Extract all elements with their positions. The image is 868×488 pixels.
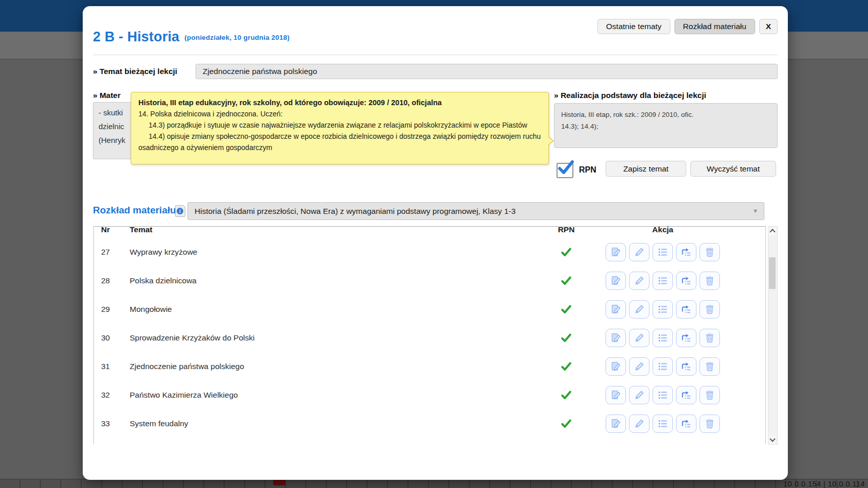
details-list-button[interactable] (653, 386, 673, 404)
assign-list-button[interactable] (676, 414, 696, 433)
header-buttons: Ostatnie tematy Rozkład materiału X (597, 19, 778, 34)
chevron-up-icon (769, 229, 775, 234)
ip-address-text: 10.0.0.154 | 10.0.0.114 (783, 479, 865, 488)
scrollbar-thumb[interactable] (769, 257, 776, 289)
trash-icon (704, 418, 715, 429)
rpn-status (551, 238, 582, 266)
scroll-down-button[interactable] (768, 435, 776, 444)
details-list-button[interactable] (653, 414, 673, 433)
delete-button[interactable] (700, 243, 720, 261)
edit-document-button[interactable] (606, 272, 626, 290)
trash-icon (704, 304, 715, 315)
tooltip-heading: Historia, III etap edukacyjny, rok szkol… (138, 97, 541, 108)
rpn-status (551, 266, 582, 295)
assign-list-button[interactable] (676, 329, 696, 347)
rpn-checkbox[interactable] (557, 163, 573, 178)
chevron-down-icon (769, 436, 775, 442)
curriculum-realization-box: Historia, III etap, rok szk.: 2009 / 201… (554, 103, 778, 148)
tooltip-arrow-inner (548, 137, 553, 145)
row-actions (606, 329, 720, 347)
table-row: 27 Wyprawy krzyżowe (94, 238, 765, 266)
material-schedule-button[interactable]: Rozkład materiału (674, 19, 755, 34)
details-list-button[interactable] (653, 272, 673, 290)
schedule-dropdown[interactable]: Historia (Śladami przeszłości, Nowa Era)… (187, 202, 764, 220)
table-scrollbar[interactable] (768, 226, 778, 445)
info-icon[interactable]: i (175, 205, 185, 217)
realization-line: 14.3); 14.4); (561, 120, 770, 132)
curriculum-realization-heading: » Realizacja podstawy dla bieżącej lekcj… (554, 91, 706, 100)
edit-document-icon (610, 275, 621, 286)
pencil-icon (634, 389, 645, 401)
rpn-status (551, 324, 582, 352)
edit-pencil-button[interactable] (629, 272, 649, 290)
rpn-label: RPN (579, 165, 596, 175)
edit-document-button[interactable] (606, 357, 626, 376)
row-number: 28 (101, 266, 122, 295)
assign-list-button[interactable] (676, 272, 696, 290)
row-number: 33 (101, 409, 122, 438)
delete-button[interactable] (700, 300, 720, 319)
edit-pencil-button[interactable] (629, 357, 649, 376)
assign-list-button[interactable] (676, 243, 696, 261)
assign-list-button[interactable] (676, 386, 696, 404)
edit-document-icon (610, 389, 621, 401)
close-button[interactable]: X (759, 19, 778, 34)
delete-button[interactable] (700, 329, 720, 347)
current-topic-label: » Temat bieżącej lekcji (93, 64, 177, 79)
assign-list-button[interactable] (676, 357, 696, 376)
edit-document-button[interactable] (606, 386, 626, 404)
row-number: 27 (101, 238, 122, 266)
edit-pencil-button[interactable] (629, 386, 649, 404)
pencil-icon (634, 418, 645, 429)
row-topic: Wyprawy krzyżowe (130, 238, 198, 266)
row-topic: Mongołowie (130, 295, 172, 324)
edit-pencil-button[interactable] (629, 300, 649, 319)
edit-document-button[interactable] (606, 329, 626, 347)
edit-pencil-button[interactable] (629, 243, 649, 261)
assign-list-button[interactable] (676, 300, 696, 319)
green-check-icon (560, 389, 572, 401)
edit-document-icon (610, 332, 621, 344)
edit-pencil-button[interactable] (629, 329, 649, 347)
assign-list-icon (681, 332, 692, 344)
clear-topic-button[interactable]: Wyczyść temat (690, 161, 776, 177)
delete-button[interactable] (700, 414, 720, 433)
edit-document-button[interactable] (606, 414, 626, 433)
row-number: 32 (101, 381, 122, 409)
delete-button[interactable] (700, 272, 720, 290)
current-topic-input[interactable] (196, 64, 778, 79)
delete-button[interactable] (700, 357, 720, 376)
row-actions (606, 243, 720, 261)
row-number: 31 (101, 352, 122, 381)
header-akcja: Akcja (606, 227, 720, 237)
assign-list-icon (681, 304, 692, 315)
row-actions (606, 357, 720, 376)
edit-pencil-button[interactable] (629, 414, 649, 433)
curriculum-tooltip: Historia, III etap edukacyjny, rok szkol… (131, 92, 549, 164)
scroll-up-button[interactable] (768, 227, 776, 235)
details-list-button[interactable] (653, 243, 673, 261)
delete-button[interactable] (700, 386, 720, 404)
details-list-button[interactable] (653, 329, 673, 347)
row-topic: Zjednoczenie państwa polskiego (130, 352, 244, 381)
edit-document-button[interactable] (606, 300, 626, 319)
save-topic-button[interactable]: Zapisz temat (606, 161, 686, 177)
details-list-button[interactable] (653, 357, 673, 376)
chevron-down-icon: ▼ (753, 203, 758, 219)
bullet-list-icon (657, 332, 668, 344)
modal-title: 2 B - Historia(poniedziałek, 10 grudnia … (93, 29, 290, 45)
topics-table: Nr Temat RPN Akcja 27 Wyprawy krzyżowe (93, 226, 766, 444)
row-topic: System feudalny (130, 409, 188, 438)
edit-document-button[interactable] (606, 243, 626, 261)
trash-icon (704, 361, 715, 372)
header-temat: Temat (130, 227, 153, 237)
details-list-button[interactable] (653, 300, 673, 319)
realization-line: Historia, III etap, rok szk.: 2009 / 201… (561, 109, 770, 120)
header-divider (93, 55, 778, 55)
trash-icon (704, 247, 715, 258)
material-schedule-heading: Rozkład materiału (93, 205, 176, 216)
rpn-status (551, 295, 582, 324)
table-row: 32 Państwo Kazimierza Wielkiego (94, 381, 765, 409)
recent-topics-button[interactable]: Ostatnie tematy (597, 19, 670, 34)
pencil-icon (634, 304, 645, 315)
